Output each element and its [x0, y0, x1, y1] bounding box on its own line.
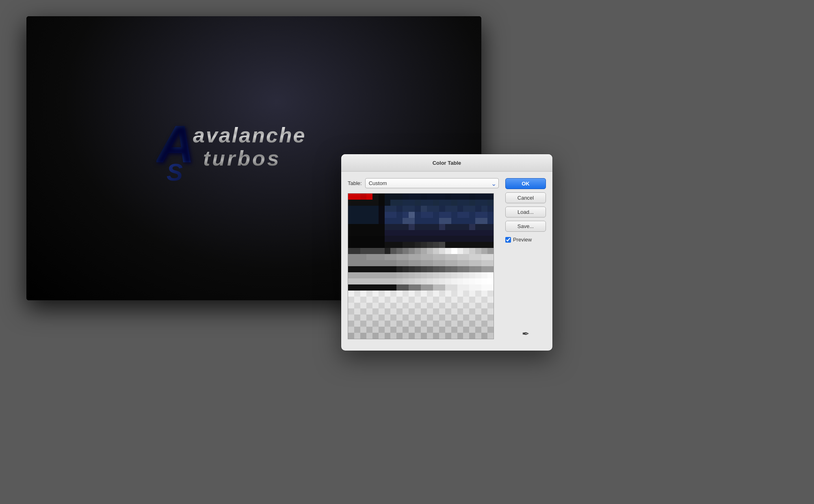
color-cell[interactable]	[475, 333, 481, 339]
color-cell[interactable]	[463, 206, 469, 212]
color-cell[interactable]	[415, 206, 421, 212]
color-cell[interactable]	[469, 242, 475, 248]
color-cell[interactable]	[360, 327, 366, 333]
color-cell[interactable]	[360, 224, 366, 230]
color-cell[interactable]	[475, 206, 481, 212]
color-cell[interactable]	[354, 297, 360, 303]
color-cell[interactable]	[415, 297, 421, 303]
color-cell[interactable]	[463, 212, 469, 218]
color-cell[interactable]	[360, 212, 366, 218]
color-cell[interactable]	[385, 314, 391, 321]
color-cell[interactable]	[348, 303, 354, 309]
color-cell[interactable]	[439, 224, 445, 230]
color-cell[interactable]	[457, 284, 463, 291]
color-cell[interactable]	[366, 230, 372, 236]
color-cell[interactable]	[379, 333, 385, 339]
color-cell[interactable]	[396, 218, 403, 224]
color-cell[interactable]	[451, 242, 457, 248]
color-cell[interactable]	[385, 297, 391, 303]
color-cell[interactable]	[421, 224, 427, 230]
color-cell[interactable]	[427, 314, 433, 321]
color-cell[interactable]	[463, 291, 469, 297]
color-cell[interactable]	[379, 248, 385, 254]
color-cell[interactable]	[403, 266, 409, 272]
color-cell[interactable]	[475, 321, 481, 327]
color-cell[interactable]	[463, 254, 469, 260]
color-cell[interactable]	[409, 272, 415, 278]
color-cell[interactable]	[379, 327, 385, 333]
color-cell[interactable]	[379, 230, 385, 236]
color-cell[interactable]	[481, 266, 487, 272]
color-cell[interactable]	[463, 314, 469, 321]
color-cell[interactable]	[379, 200, 385, 206]
color-cell[interactable]	[463, 327, 469, 333]
color-cell[interactable]	[451, 321, 457, 327]
color-cell[interactable]	[463, 236, 469, 242]
color-cell[interactable]	[475, 272, 481, 278]
color-cell[interactable]	[481, 284, 487, 291]
color-cell[interactable]	[360, 200, 366, 206]
color-cell[interactable]	[421, 236, 427, 242]
color-cell[interactable]	[445, 321, 451, 327]
color-cell[interactable]	[360, 278, 366, 284]
color-cell[interactable]	[372, 242, 379, 248]
color-cell[interactable]	[348, 230, 354, 236]
color-cell[interactable]	[475, 242, 481, 248]
color-cell[interactable]	[415, 278, 421, 284]
color-cell[interactable]	[354, 260, 360, 266]
color-cell[interactable]	[372, 260, 379, 266]
color-cell[interactable]	[396, 272, 403, 278]
color-cell[interactable]	[463, 284, 469, 291]
color-cell[interactable]	[427, 321, 433, 327]
color-cell[interactable]	[415, 303, 421, 309]
color-cell[interactable]	[385, 200, 391, 206]
color-cell[interactable]	[481, 278, 487, 284]
color-cell[interactable]	[427, 291, 433, 297]
color-cell[interactable]	[409, 200, 415, 206]
color-cell[interactable]	[421, 200, 427, 206]
color-cell[interactable]	[385, 206, 391, 212]
color-cell[interactable]	[445, 218, 451, 224]
color-cell[interactable]	[427, 327, 433, 333]
color-cell[interactable]	[409, 308, 415, 314]
color-cell[interactable]	[354, 200, 360, 206]
color-cell[interactable]	[433, 260, 439, 266]
color-cell[interactable]	[451, 314, 457, 321]
color-cell[interactable]	[421, 254, 427, 260]
save-button[interactable]: Save...	[505, 221, 546, 232]
color-cell[interactable]	[360, 248, 366, 254]
color-cell[interactable]	[427, 297, 433, 303]
color-cell[interactable]	[390, 272, 396, 278]
color-cell[interactable]	[385, 333, 391, 339]
color-cell[interactable]	[379, 284, 385, 291]
color-cell[interactable]	[409, 242, 415, 248]
color-cell[interactable]	[475, 291, 481, 297]
color-cell[interactable]	[439, 291, 445, 297]
color-cell[interactable]	[451, 212, 457, 218]
color-cell[interactable]	[421, 272, 427, 278]
color-cell[interactable]	[451, 272, 457, 278]
color-cell[interactable]	[409, 224, 415, 230]
color-cell[interactable]	[475, 230, 481, 236]
color-cell[interactable]	[379, 272, 385, 278]
color-cell[interactable]	[463, 303, 469, 309]
color-cell[interactable]	[385, 278, 391, 284]
color-cell[interactable]	[379, 206, 385, 212]
color-cell[interactable]	[348, 291, 354, 297]
color-cell[interactable]	[469, 200, 475, 206]
load-button[interactable]: Load...	[505, 207, 546, 218]
color-cell[interactable]	[487, 284, 494, 291]
color-cell[interactable]	[433, 212, 439, 218]
color-cell[interactable]	[396, 236, 403, 242]
color-cell[interactable]	[475, 327, 481, 333]
color-cell[interactable]	[433, 200, 439, 206]
color-cell[interactable]	[445, 260, 451, 266]
color-cell[interactable]	[427, 224, 433, 230]
color-cell[interactable]	[487, 230, 494, 236]
color-cell[interactable]	[439, 200, 445, 206]
color-cell[interactable]	[390, 218, 396, 224]
color-cell[interactable]	[403, 308, 409, 314]
color-cell[interactable]	[433, 230, 439, 236]
color-cell[interactable]	[360, 321, 366, 327]
color-cell[interactable]	[396, 248, 403, 254]
